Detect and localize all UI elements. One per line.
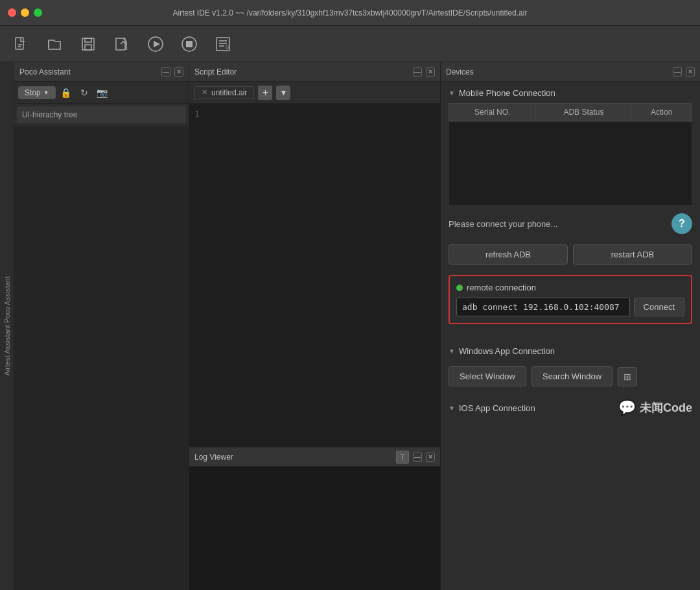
log-content-area — [189, 467, 440, 590]
remote-connection-label: remote connection — [467, 283, 536, 292]
editor-tab-close-icon[interactable]: ✕ — [202, 88, 207, 97]
mobile-arrow-icon: ▼ — [449, 89, 455, 97]
svg-rect-5 — [85, 45, 91, 50]
device-table-body — [449, 121, 692, 206]
open-folder-icon[interactable] — [44, 34, 65, 54]
editor-content[interactable]: 1 — [189, 104, 440, 447]
refresh-adb-button[interactable]: refresh ADB — [449, 244, 568, 265]
traffic-lights — [8, 8, 42, 17]
log-icon[interactable]: G — [213, 34, 233, 54]
poco-toolbar: Stop 🔒 ↻ 📷 — [14, 82, 189, 104]
help-button[interactable]: ? — [671, 213, 692, 234]
editor-add-tab-button[interactable]: + — [258, 86, 272, 100]
log-close-btn[interactable]: ✕ — [426, 453, 435, 462]
close-button[interactable] — [8, 8, 16, 17]
devices-panel: Devices — ✕ ▼ Mobile Phone Connection Se… — [441, 62, 700, 590]
poco-panel-controls: — ✕ — [161, 67, 183, 77]
export-icon[interactable] — [111, 34, 132, 54]
adb-buttons: refresh ADB restart ADB — [441, 239, 700, 270]
devices-minimize-btn[interactable]: — — [673, 67, 682, 77]
remote-status-dot — [456, 285, 463, 291]
svg-text:G: G — [226, 45, 229, 49]
grid-view-icon[interactable]: ⊞ — [618, 367, 637, 386]
poco-stop-button[interactable]: Stop — [18, 86, 56, 99]
editor-close-btn[interactable]: ✕ — [426, 67, 435, 77]
restart-adb-button[interactable]: restart ADB — [573, 244, 692, 265]
remote-connection-box: remote connection Connect — [449, 275, 692, 324]
poco-minimize-btn[interactable]: — — [161, 67, 170, 77]
editor-header: Script Editor — ✕ — [189, 62, 440, 82]
run-icon[interactable] — [145, 34, 166, 54]
svg-rect-3 — [82, 38, 94, 50]
main-layout: Airtest Assistant Poco Assistant Poco As… — [0, 62, 700, 590]
poco-lock-icon[interactable]: 🔒 — [58, 85, 74, 100]
editor-panel-controls: — ✕ — [413, 67, 435, 77]
ios-wechat-row: ▼ IOS App Connection 💬 未闻Code — [441, 397, 700, 419]
line-number-1: 1 — [194, 109, 200, 119]
select-window-button[interactable]: Select Window — [449, 366, 526, 386]
mobile-connection-section: ▼ Mobile Phone Connection — [441, 82, 700, 103]
editor-menu-btn[interactable]: ▼ — [276, 86, 290, 100]
log-filter-button[interactable]: T — [396, 451, 409, 464]
editor-minimize-btn[interactable]: — — [413, 67, 422, 77]
spacer — [441, 329, 700, 340]
ui-hierarchy-tree: UI-hierachy tree — [17, 106, 186, 123]
stop-icon[interactable] — [179, 34, 200, 54]
editor-title: Script Editor — [194, 67, 237, 77]
poco-content-area — [14, 126, 189, 590]
connect-button[interactable]: Connect — [634, 298, 684, 316]
devices-controls: — ✕ — [673, 67, 695, 77]
log-viewer-title: Log Viewer — [194, 453, 233, 462]
titlebar-title: Airtest IDE v1.2.0 ~~ /var/folders/ky/31… — [173, 8, 528, 18]
editor-tab-untitled[interactable]: ✕ untitled.air — [194, 86, 254, 99]
log-viewer-header: Log Viewer T — ✕ — [189, 447, 440, 467]
line-numbers: 1 — [194, 109, 200, 442]
windows-arrow-icon: ▼ — [449, 348, 455, 355]
wechat-icon: 💬 — [618, 399, 636, 416]
windows-connection-title: Windows App Connection — [459, 346, 555, 356]
poco-panel-title: Poco Assistant — [19, 67, 71, 77]
remote-connection-header: remote connection — [456, 283, 684, 292]
svg-marker-8 — [154, 41, 160, 47]
windows-buttons: Select Window Search Window ⊞ — [441, 361, 700, 392]
minimize-button[interactable] — [21, 8, 29, 17]
col-action: Action — [631, 104, 692, 121]
wechat-text: 未闻Code — [640, 400, 692, 416]
poco-close-btn[interactable]: ✕ — [174, 67, 183, 77]
save-icon[interactable] — [78, 34, 99, 54]
poco-panel-header: Poco Assistant — ✕ — [14, 62, 189, 82]
poco-screenshot-icon[interactable]: 📷 — [95, 85, 110, 100]
log-controls: T — ✕ — [396, 451, 435, 464]
remote-connection-input[interactable] — [456, 298, 630, 316]
titlebar: Airtest IDE v1.2.0 ~~ /var/folders/ky/31… — [0, 0, 700, 26]
center-panel: Script Editor — ✕ ✕ untitled.air + ▼ 1 — [189, 62, 441, 590]
windows-connection-section: ▼ Windows App Connection Select Window S… — [441, 340, 700, 397]
windows-section-title: ▼ Windows App Connection — [441, 340, 700, 361]
code-area[interactable] — [207, 109, 435, 442]
maximize-button[interactable] — [34, 8, 42, 17]
new-file-icon[interactable] — [10, 34, 31, 54]
ios-connection-title: IOS App Connection — [459, 403, 535, 413]
connect-prompt: Please connect your phone... ? — [441, 206, 700, 239]
poco-refresh-icon[interactable]: ↻ — [76, 85, 92, 100]
ios-connection-section: ▼ IOS App Connection 💬 未闻Code — [441, 397, 700, 419]
side-label-text: Airtest Assistant Poco Assistant — [3, 276, 11, 375]
search-window-button[interactable]: Search Window — [531, 366, 612, 386]
ios-arrow-icon: ▼ — [449, 405, 455, 412]
wechat-branding: 💬 未闻Code — [618, 399, 692, 416]
remote-input-row: Connect — [456, 298, 684, 316]
poco-panel: Poco Assistant — ✕ Stop 🔒 ↻ 📷 UI-hierach… — [14, 62, 189, 590]
col-serial: Serial NO. — [449, 104, 536, 121]
log-minimize-btn[interactable]: — — [413, 453, 422, 462]
device-table: Serial NO. ADB Status Action — [449, 103, 692, 121]
devices-title: Devices — [446, 67, 474, 77]
toolbar: G — [0, 26, 700, 62]
editor-tab-name: untitled.air — [211, 88, 247, 97]
script-editor: Script Editor — ✕ ✕ untitled.air + ▼ 1 — [189, 62, 440, 447]
devices-header: Devices — ✕ — [441, 62, 700, 82]
devices-close-btn[interactable]: ✕ — [686, 67, 695, 77]
ios-title: ▼ IOS App Connection — [449, 403, 535, 413]
connect-prompt-text: Please connect your phone... — [449, 219, 557, 229]
editor-tab-bar: ✕ untitled.air + ▼ — [189, 82, 440, 104]
svg-rect-0 — [16, 38, 23, 49]
